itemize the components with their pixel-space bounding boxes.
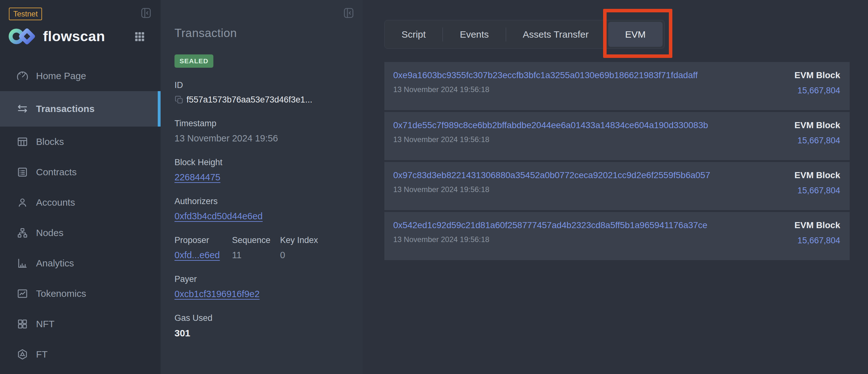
field-id: ID f557a1573b76aa53e73d46f3e1... (175, 80, 349, 105)
sidebar-item-label: Transactions (36, 104, 94, 114)
field-label: Authorizers (175, 197, 349, 206)
bar-chart-icon (17, 257, 28, 269)
flowscan-app: Testnet (0, 0, 868, 374)
field-label: Timestamp (175, 119, 349, 128)
user-icon (17, 197, 28, 208)
tab-assets-transfer[interactable]: Assets Transfer (506, 20, 605, 49)
tab-evm[interactable]: EVM (608, 22, 662, 47)
table-icon (17, 136, 28, 148)
tab-divider (605, 28, 606, 41)
tab-label: EVM (625, 29, 646, 40)
evm-tx-timestamp: 13 November 2024 19:56:18 (393, 235, 707, 244)
field-label: Block Height (175, 157, 349, 167)
evm-tx-hash-link[interactable]: 0xe9a1603bc9355fc307b23eccfb3bfc1a3255a0… (393, 70, 698, 80)
network-badge: Testnet (9, 8, 42, 20)
evm-block-number-link[interactable]: 15,667,804 (794, 186, 840, 196)
sidebar-item-label: Contracts (36, 167, 76, 177)
sidebar-item-label: Home Page (36, 70, 86, 81)
key-index-value: 0 (280, 250, 318, 260)
field-label: Sequence (232, 235, 280, 245)
field-timestamp: Timestamp 13 November 2024 19:56 (175, 119, 349, 144)
field-authorizers: Authorizers 0xfd3b4cd50d44e6ed (175, 197, 349, 222)
block-height-link[interactable]: 226844475 (175, 172, 220, 182)
field-proposer-row: Proposer 0xfd...e6ed Sequence 11 Key Ind… (175, 235, 349, 260)
sidebar-nav: Home Page Transactions Blocks (0, 61, 161, 370)
sidebar-item-contracts[interactable]: Contracts (0, 157, 161, 187)
field-gas-used: Gas Used 301 (175, 313, 349, 339)
gauge-icon (17, 70, 28, 82)
flowscan-logo-icon (8, 27, 37, 46)
evm-transaction-row[interactable]: 0xe9a1603bc9355fc307b23eccfb3bfc1a3255a0… (384, 62, 850, 110)
tab-label: Script (401, 29, 426, 40)
evm-block-number-link[interactable]: 15,667,804 (794, 136, 840, 146)
tab-bar: Script Events Assets Transfer EVM (384, 20, 665, 49)
sidebar-item-label: Blocks (36, 136, 64, 147)
tab-label: Events (460, 29, 489, 40)
field-block-height: Block Height 226844475 (175, 157, 349, 182)
timestamp-value: 13 November 2024 19:56 (175, 133, 349, 144)
document-list-icon (17, 166, 28, 178)
gas-used-value: 301 (175, 328, 349, 339)
evm-block-label: EVM Block (794, 170, 840, 180)
brand-name: flowscan (43, 28, 105, 45)
copy-icon[interactable] (175, 95, 184, 105)
sidebar-item-label: Nodes (36, 228, 64, 238)
sequence-value: 11 (232, 250, 280, 260)
sidebar-item-label: NFT (36, 319, 54, 329)
trend-chart-icon (17, 288, 28, 300)
field-payer: Payer 0xcb1cf3196916f9e2 (175, 274, 349, 299)
field-label: ID (175, 80, 349, 90)
sidebar-item-analytics[interactable]: Analytics (0, 248, 161, 279)
evm-block-label: EVM Block (794, 120, 840, 131)
evm-tx-timestamp: 13 November 2024 19:56:18 (393, 85, 698, 94)
evm-block-number-link[interactable]: 15,667,804 (794, 236, 840, 246)
evm-transaction-row[interactable]: 0x97c83d3eb8221431306880a35452a0b0772cec… (384, 162, 850, 210)
tab-script[interactable]: Script (385, 20, 442, 49)
evm-block-label: EVM Block (794, 70, 840, 80)
apps-grid-icon[interactable] (134, 31, 146, 42)
evm-block-label: EVM Block (794, 220, 840, 230)
transaction-id: f557a1573b76aa53e73d46f3e1... (186, 95, 312, 105)
tab-events[interactable]: Events (443, 20, 506, 49)
hierarchy-icon (17, 227, 28, 239)
payer-address-link[interactable]: 0xcb1cf3196916f9e2 (175, 289, 259, 299)
evm-transaction-row[interactable]: 0x542ed1c92d59c21d81a60f258777457ad4b232… (384, 212, 850, 260)
evm-tx-timestamp: 13 November 2024 19:56:18 (393, 185, 710, 194)
sidebar-item-tokenomics[interactable]: Tokenomics (0, 279, 161, 309)
sidebar-item-label: Accounts (36, 197, 75, 208)
evm-tx-hash-link[interactable]: 0x97c83d3eb8221431306880a35452a0b0772cec… (393, 170, 710, 180)
proposer-address-link[interactable]: 0xfd...e6ed (175, 250, 220, 260)
brand[interactable]: flowscan (8, 27, 105, 46)
field-label: Proposer (175, 235, 232, 245)
evm-tx-hash-link[interactable]: 0x542ed1c92d59c21d81a60f258777457ad4b232… (393, 220, 707, 230)
status-badge: SEALED (175, 54, 213, 68)
evm-tx-timestamp: 13 November 2024 19:56:18 (393, 135, 708, 144)
transaction-detail-panel: Transaction SEALED ID f557a1573b76aa53e7… (161, 0, 363, 374)
page-title: Transaction (175, 0, 349, 40)
evm-transaction-list: 0xe9a1603bc9355fc307b23eccfb3bfc1a3255a0… (384, 62, 850, 262)
evm-tx-hash-link[interactable]: 0x71de55c7f989c8ce6bb2bffabdbe2044ee6a01… (393, 120, 708, 130)
evm-transaction-row[interactable]: 0x71de55c7f989c8ce6bb2bffabdbe2044ee6a01… (384, 112, 850, 160)
field-label: Payer (175, 274, 349, 284)
sidebar: Testnet (0, 0, 161, 374)
grid-2x2-icon (17, 318, 28, 330)
sidebar-item-nft[interactable]: NFT (0, 309, 161, 339)
sidebar-item-label: FT (36, 349, 48, 360)
sidebar-item-nodes[interactable]: Nodes (0, 218, 161, 248)
sidebar-item-ft[interactable]: FT (0, 339, 161, 370)
transaction-tabs-section: Script Events Assets Transfer EVM 0xe9a1… (363, 0, 868, 374)
sidebar-item-blocks[interactable]: Blocks (0, 126, 161, 157)
field-label: Key Index (280, 235, 318, 245)
sidebar-item-accounts[interactable]: Accounts (0, 187, 161, 218)
panel-collapse-icon[interactable] (343, 7, 355, 19)
sidebar-item-transactions[interactable]: Transactions (0, 91, 161, 126)
arrows-left-right-icon (17, 103, 28, 115)
field-label: Gas Used (175, 313, 349, 323)
sidebar-collapse-icon[interactable] (140, 7, 152, 19)
sidebar-item-home-page[interactable]: Home Page (0, 61, 161, 91)
evm-block-number-link[interactable]: 15,667,804 (794, 86, 840, 95)
sidebar-item-label: Tokenomics (36, 288, 86, 299)
token-cube-icon (17, 348, 28, 361)
authorizer-address-link[interactable]: 0xfd3b4cd50d44e6ed (175, 211, 263, 221)
sidebar-item-label: Analytics (36, 258, 74, 269)
